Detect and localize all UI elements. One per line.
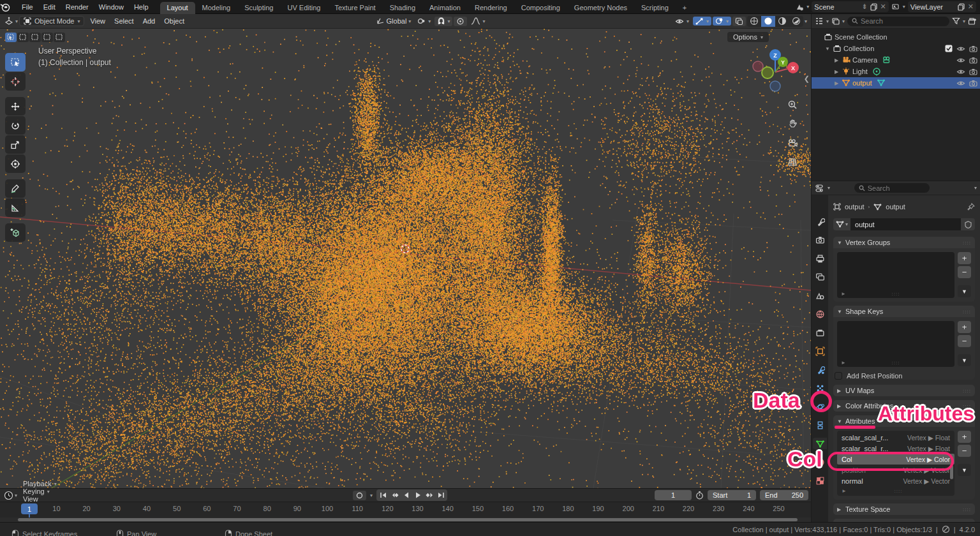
properties-tab-view-layer-icon[interactable] — [813, 271, 827, 283]
new-collection-icon[interactable] — [968, 17, 977, 26]
timeline-menu-keying[interactable]: Keying▾ — [19, 488, 61, 495]
tool-cursor-button[interactable] — [5, 72, 26, 91]
vertex-group-specials-button[interactable]: ▼ — [958, 285, 971, 297]
panel-header-shape-keys[interactable]: ▼Shape Keys:::: — [833, 306, 975, 317]
panel-header-color-attributes[interactable]: ▶Color Attributes:::: — [833, 400, 975, 412]
viewport-3d[interactable]: User Perspective (1) Collection | output… — [0, 29, 811, 488]
previous-keyframe-button[interactable] — [389, 490, 400, 500]
add-attribute-button[interactable]: + — [958, 431, 971, 443]
attribute-row-normal[interactable]: normal Vertex ▶ Vector — [837, 475, 954, 486]
properties-tab-particles-icon[interactable] — [813, 382, 827, 394]
scene-icon[interactable] — [795, 3, 804, 11]
menu-edit[interactable]: Edit — [38, 3, 61, 11]
mesh-icon-dropdown[interactable]: ▾ — [833, 218, 850, 230]
tab-sculpting[interactable]: Sculpting — [237, 2, 280, 14]
timeline-scrollbar[interactable] — [0, 517, 811, 522]
properties-tab-world-icon[interactable] — [813, 308, 827, 320]
disable-in-renders-toggle[interactable] — [969, 57, 977, 64]
list-scrollbar[interactable] — [950, 465, 953, 479]
timeline-menu-playback[interactable]: Playback▾ — [19, 480, 61, 488]
tab-rendering[interactable]: Rendering — [468, 2, 514, 14]
perspective-toggle-icon[interactable] — [785, 155, 799, 169]
tool-add-cube-button[interactable] — [5, 223, 26, 242]
blender-logo-icon[interactable] — [0, 2, 17, 12]
remove-attribute-button[interactable]: − — [958, 445, 971, 457]
tab-geometry-nodes[interactable]: Geometry Nodes — [567, 2, 634, 14]
panel-header-texture-space[interactable]: ▶Texture Space:::: — [833, 503, 975, 515]
tab-modeling[interactable]: Modeling — [195, 2, 238, 14]
close-icon[interactable]: ✕ — [968, 3, 974, 11]
tool-annotate-button[interactable] — [5, 179, 26, 198]
disable-in-renders-toggle[interactable] — [969, 45, 977, 52]
outliner-row-light[interactable]: ▶Light — [812, 66, 980, 77]
breadcrumb-object[interactable]: output — [845, 203, 865, 211]
menu-window[interactable]: Window — [94, 3, 129, 11]
expand-icon[interactable]: ► — [842, 488, 847, 494]
properties-tab-texture-icon[interactable] — [813, 475, 827, 486]
outliner-row-output[interactable]: ▶output — [812, 77, 980, 89]
properties-tab-tool-icon[interactable] — [813, 216, 827, 227]
properties-tab-object-icon[interactable] — [813, 345, 827, 357]
expand-icon[interactable]: ▼ — [824, 46, 831, 52]
timeline-ruler[interactable]: 1 10203040506070809010011012013014015016… — [0, 502, 811, 517]
mode-selector[interactable]: Object Mode ▾ — [19, 16, 84, 26]
shading-wireframe-icon[interactable] — [747, 16, 761, 27]
next-keyframe-button[interactable] — [424, 490, 434, 500]
auto-keying-icon[interactable] — [353, 491, 366, 500]
options-button[interactable]: Options▾ — [727, 32, 769, 42]
remove-shape-key-button[interactable]: − — [958, 335, 971, 347]
hide-in-viewport-toggle[interactable] — [956, 57, 965, 64]
viewport-menu-select[interactable]: Select — [110, 17, 138, 25]
menu-file[interactable]: File — [17, 3, 38, 11]
camera-view-icon[interactable] — [785, 136, 799, 150]
attribute-row-position[interactable]: position Vertex ▶ Vector — [837, 465, 954, 475]
snap-magnet-icon[interactable]: ▾ — [434, 17, 452, 26]
show-object-types-icon[interactable]: ▾ — [672, 17, 692, 26]
copy-icon[interactable] — [958, 3, 965, 11]
attribute-row-col[interactable]: Col Vertex ▶ Color — [837, 454, 954, 465]
datablock-name-input[interactable]: output — [850, 218, 961, 230]
scrollbar-thumb[interactable] — [18, 518, 798, 521]
properties-tab-render-icon[interactable] — [813, 234, 827, 246]
filter-icon[interactable] — [952, 17, 960, 25]
overlays-toggle-icon[interactable]: ▾ — [713, 17, 731, 26]
properties-tab-collection-icon[interactable] — [813, 327, 827, 338]
tool-select-box-button[interactable] — [5, 53, 26, 71]
tab-layout[interactable]: Layout — [160, 2, 195, 14]
properties-tab-physics-icon[interactable] — [813, 401, 827, 412]
hide-in-viewport-toggle[interactable] — [956, 45, 965, 52]
panel-header-vertex-groups[interactable]: ▼Vertex Groups:::: — [833, 237, 975, 248]
frame-end-field[interactable]: End250 — [760, 490, 808, 500]
disable-in-renders-toggle[interactable] — [969, 80, 977, 87]
properties-tab-object-data-icon[interactable] — [813, 438, 827, 449]
vertex-groups-list[interactable]: ►:::: — [837, 252, 954, 298]
properties-tab-modifiers-icon[interactable] — [813, 364, 827, 375]
pin-icon[interactable]: ⇟ — [861, 3, 867, 11]
add-vertex-group-button[interactable]: + — [958, 252, 971, 264]
properties-tab-constraints-icon[interactable] — [813, 419, 827, 431]
viewlayer-selector[interactable]: ViewLayer ✕ — [908, 1, 976, 12]
tab-uv-editing[interactable]: UV Editing — [280, 2, 327, 14]
shape-key-specials-button[interactable]: ▼ — [958, 354, 971, 366]
viewport-menu-view[interactable]: View — [85, 17, 110, 25]
point-cloud-canvas[interactable] — [0, 29, 811, 488]
tab-texture-paint[interactable]: Texture Paint — [327, 2, 382, 14]
properties-tab-output-icon[interactable] — [813, 253, 827, 264]
outliner-row-scene-collection[interactable]: Scene Collection — [812, 31, 980, 43]
play-reverse-button[interactable] — [401, 490, 412, 500]
hide-in-viewport-toggle[interactable] — [956, 80, 965, 87]
attribute-row-scalar-scal-r[interactable]: scalar_scal_r... Vertex ▶ Float — [837, 443, 954, 454]
pin-icon[interactable] — [967, 203, 975, 211]
scene-selector[interactable]: Scene ⇟ ✕ — [812, 1, 888, 12]
jump-to-end-button[interactable] — [435, 490, 446, 500]
transform-orientation[interactable]: Global▾ — [374, 17, 414, 26]
panel-header-attributes[interactable]: ▼Attributes:::: — [833, 415, 975, 427]
current-frame-badge[interactable]: 1 — [21, 503, 38, 514]
xray-toggle-icon[interactable] — [732, 17, 746, 26]
tab-[interactable]: + — [676, 2, 694, 14]
shape-keys-list[interactable]: ►:::: — [837, 321, 954, 367]
snap-target[interactable]: ▾ — [415, 17, 433, 26]
shading-solid-icon[interactable] — [761, 16, 775, 27]
falloff-curve-icon[interactable]: ▾ — [468, 17, 487, 26]
tool-rotate-button[interactable] — [5, 116, 26, 135]
